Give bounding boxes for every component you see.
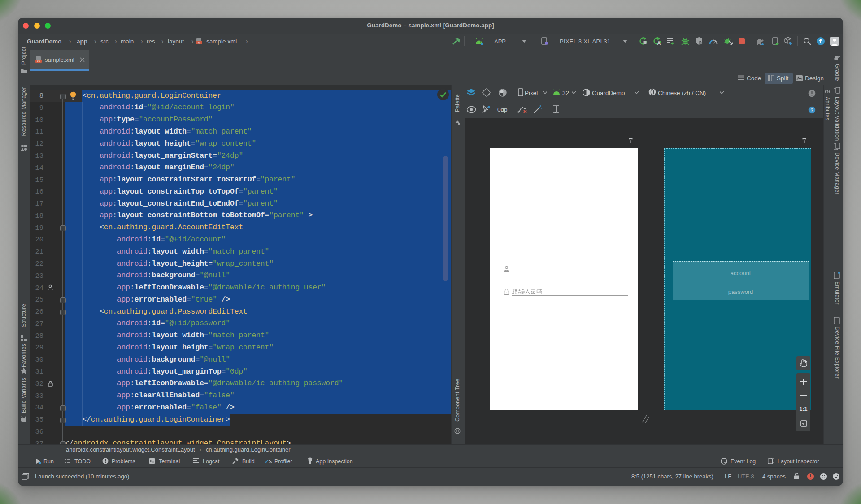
svg-text:A: A bbox=[657, 40, 661, 45]
svg-text:?: ? bbox=[810, 108, 813, 113]
svg-text:<>: <> bbox=[197, 42, 201, 45]
svg-text:i: i bbox=[770, 460, 771, 464]
svg-text:<>: <> bbox=[37, 60, 40, 63]
